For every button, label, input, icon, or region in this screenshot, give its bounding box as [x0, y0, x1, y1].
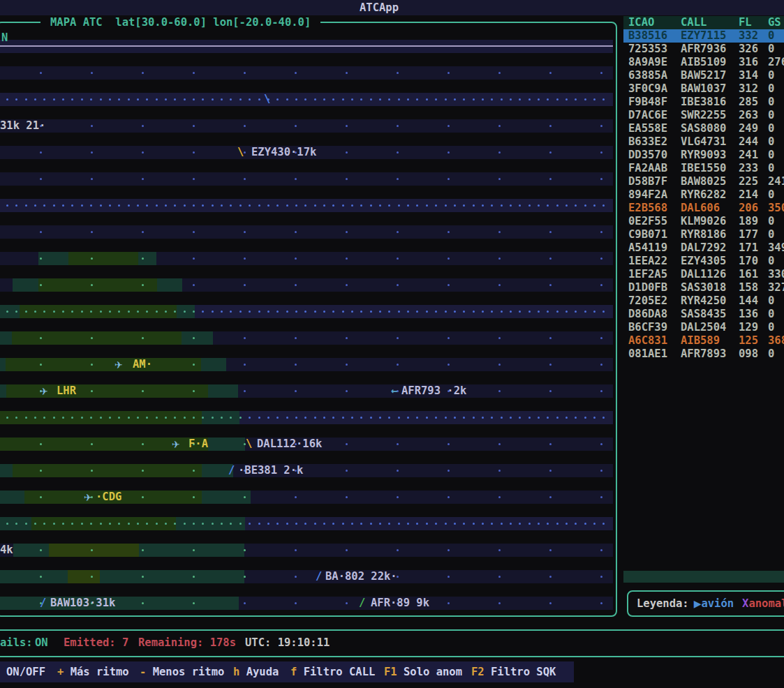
aircraft-label: 4k	[0, 544, 13, 557]
grid-dot	[156, 523, 158, 525]
table-row[interactable]: B38516EZY71153320	[623, 29, 784, 43]
grid-dot	[15, 204, 17, 207]
grid-dot	[379, 523, 381, 525]
grid-dot	[137, 417, 139, 419]
table-row[interactable]: B6CF39DAL25041290	[623, 321, 784, 334]
cell-call: AFR7893	[681, 347, 726, 361]
table-row[interactable]: 894F2ARYR62822140	[623, 188, 784, 202]
cell-call: RYR4250	[681, 294, 726, 308]
grid-dot	[193, 549, 195, 551]
grid-dot	[346, 284, 348, 286]
keybar-item-ayuda[interactable]: h Ayuda	[233, 661, 279, 682]
table-row[interactable]: 7205E2RYR42501440	[623, 294, 784, 308]
grid-dot	[156, 417, 158, 419]
legend: Leyenda: ▶ avión X anomal	[627, 590, 784, 617]
map-row	[0, 199, 613, 212]
table-row[interactable]: EA558ESAS80802490	[623, 122, 784, 135]
map-terrain-segment	[38, 252, 68, 265]
grid-dot	[407, 523, 409, 525]
map-row: /BA·802 22k·	[0, 570, 613, 583]
table-row[interactable]: 081AE1AFR78930980	[623, 347, 784, 361]
map-terrain-segment	[12, 331, 182, 345]
grid-dot	[370, 417, 372, 419]
grid-dot	[91, 549, 93, 551]
grid-dot	[593, 311, 596, 313]
grid-dot	[230, 204, 232, 207]
table-row[interactable]: 1EEA22EZY43051700	[623, 255, 784, 268]
cell-gs: 0	[768, 69, 774, 82]
grid-dot	[109, 523, 111, 525]
keybar-item-m-s-ritmo[interactable]: + Más ritmo	[57, 661, 129, 682]
map-terrain-segment	[182, 331, 213, 345]
grid-dot	[295, 390, 297, 392]
cell-icao: 1EF2A5	[628, 268, 667, 281]
map-terrain-segment	[0, 464, 13, 477]
grid-dot	[40, 496, 42, 498]
table-row[interactable]: 1EF2A5DAL1126161330	[623, 268, 784, 281]
grid-dot	[370, 523, 372, 525]
grid-dot	[239, 311, 242, 313]
grid-dot	[142, 125, 144, 127]
map-terrain-segment	[0, 491, 24, 504]
table-row[interactable]: 725353AFR79363260	[623, 43, 784, 56]
table-row[interactable]: D58B7FBAW8025225241	[623, 175, 784, 188]
table-row[interactable]: D86DA8SAS84351360	[623, 308, 784, 321]
table-row[interactable]: A54119DAL7292171349	[623, 241, 784, 255]
grid-dot	[244, 496, 246, 498]
plane-icon: ✈	[40, 385, 48, 398]
grid-dot	[91, 178, 93, 180]
table-row[interactable]: FA2AABIBE15502330	[623, 162, 784, 175]
grid-dot	[510, 417, 512, 419]
grid-dot	[565, 98, 568, 100]
keybar-item-on-off[interactable]: ON/OFF	[6, 661, 45, 682]
grid-dot	[398, 523, 400, 525]
map-row	[0, 252, 613, 265]
grid-dot	[142, 151, 144, 154]
grid-dot	[379, 417, 381, 419]
table-row[interactable]: DD3570RYR90932410	[623, 149, 784, 162]
grid-dot	[565, 311, 568, 313]
grid-dot	[6, 311, 8, 313]
grid-dot	[174, 98, 176, 100]
grid-dot	[454, 523, 456, 525]
table-row[interactable]: C9B071RYR81861770	[623, 228, 784, 241]
table-row[interactable]: A6C831AIB589125368	[623, 334, 784, 347]
legend-plane-label: avión	[701, 597, 734, 610]
grid-dot	[91, 390, 93, 392]
grid-dot	[528, 523, 531, 525]
keybar-item-menos-ritmo[interactable]: - Menos ritmo	[140, 661, 224, 682]
grid-dot	[304, 204, 306, 207]
cell-gs: 0	[768, 255, 774, 268]
table-row[interactable]: D7AC6ESWR22552630	[623, 109, 784, 122]
table-row[interactable]: 0E2F55KLM90261890	[623, 215, 784, 228]
emitted-status: Emitted: 7	[64, 631, 128, 654]
grid-dot	[258, 417, 260, 419]
table-row[interactable]: E2B568DAL606206350	[623, 202, 784, 215]
table-row[interactable]: 63885ABAW52173140	[623, 69, 784, 82]
grid-dot	[556, 204, 559, 207]
table-row[interactable]: 3F0C9ABAW10373120	[623, 82, 784, 96]
cell-fl: 225	[739, 175, 758, 188]
grid-dot	[435, 204, 437, 207]
grid-dot	[510, 523, 512, 525]
cell-gs: 0	[768, 149, 774, 162]
cell-call: KLM9026	[681, 215, 726, 228]
key-hint: F2	[471, 666, 485, 678]
map-row	[0, 411, 613, 424]
grid-dot	[407, 417, 409, 419]
table-row[interactable]: B633E2VLG47312440	[623, 135, 784, 149]
aircraft-label: BAW103·31k	[50, 597, 115, 610]
table-row[interactable]: D1D0FBSAS3018158327	[623, 281, 784, 294]
cell-icao: FA2AAB	[628, 162, 667, 175]
table-row[interactable]: 8A9A9EAIB5109316276	[623, 56, 784, 69]
grid-dot	[498, 337, 501, 339]
grid-dot	[71, 98, 73, 100]
table-row[interactable]: F9B48FIBE38162850	[623, 96, 784, 109]
keybar-item-filtro-call[interactable]: f Filtro CALL	[290, 661, 375, 682]
keybar-item-solo-anom[interactable]: F1 Solo anom	[384, 661, 462, 682]
grid-dot	[346, 337, 348, 339]
grid-dot	[142, 231, 144, 233]
grid-dot	[295, 337, 297, 339]
grid-dot	[212, 311, 214, 313]
keybar-item-filtro-sqk[interactable]: F2 Filtro SQK	[471, 661, 556, 682]
